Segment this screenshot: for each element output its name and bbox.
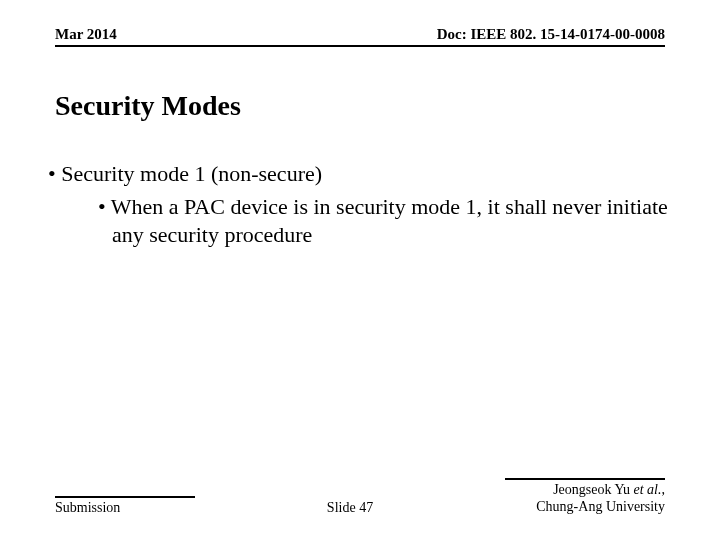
slide-header: Mar 2014 Doc: IEEE 802. 15-14-0174-00-00… — [55, 26, 665, 47]
bullet-level-2: When a PAC device is in security mode 1,… — [30, 193, 680, 250]
author-comma: , — [662, 482, 666, 497]
author-etal: et al. — [634, 482, 662, 497]
slide-title: Security Modes — [55, 90, 241, 122]
bullet-level-1: Security mode 1 (non-secure) — [30, 160, 680, 189]
author-name: Jeongseok Yu — [553, 482, 630, 497]
author-affiliation: Chung-Ang University — [505, 499, 665, 516]
slide-content: Security mode 1 (non-secure) When a PAC … — [30, 160, 680, 250]
slide-footer: Submission Slide 47 Jeongseok Yu et al.,… — [55, 478, 665, 516]
header-doc-id: Doc: IEEE 802. 15-14-0174-00-0008 — [437, 26, 665, 43]
footer-author: Jeongseok Yu et al., Chung-Ang Universit… — [505, 478, 665, 516]
footer-slide-number: Slide 47 — [327, 500, 373, 516]
footer-left: Submission — [55, 496, 195, 516]
header-date: Mar 2014 — [55, 26, 117, 43]
